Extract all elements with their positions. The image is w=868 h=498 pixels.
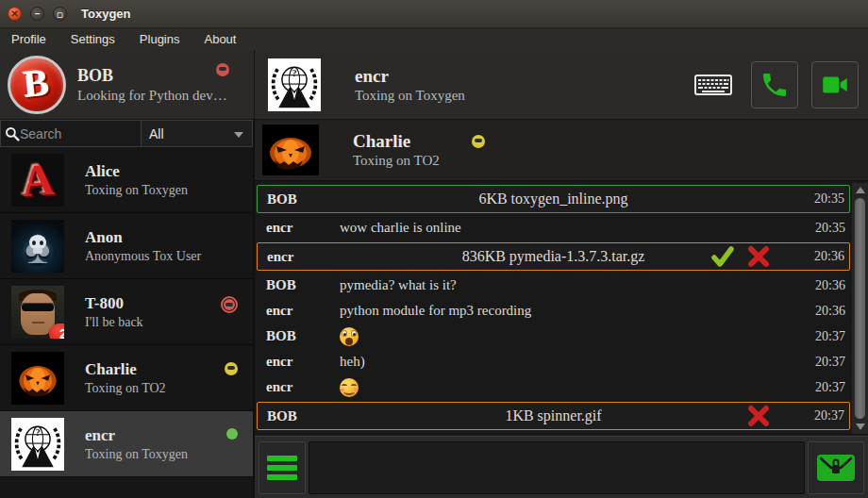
menu-settings[interactable]: Settings (71, 32, 115, 46)
chevron-down-icon (234, 132, 243, 138)
top-panels: B BOB Looking for Python dev… ? (0, 50, 868, 120)
contact-status-message: Toxing on Toxygen (85, 447, 188, 462)
contact-status-message: Toxing on TO2 (85, 381, 166, 396)
contact-filter-dropdown[interactable]: All (142, 120, 253, 147)
self-name: BOB (77, 66, 227, 86)
alice-avatar: A (11, 154, 64, 207)
message-text: wow charlie is online (340, 220, 461, 236)
contact-row-charlie[interactable]: Charlie Toxing on TO2 (0, 345, 253, 411)
hamburger-menu-icon (267, 456, 297, 461)
keyboard-icon[interactable] (694, 73, 732, 97)
message-time: 20:35 (814, 191, 844, 207)
audio-call-button[interactable] (751, 61, 798, 108)
skull-icon (29, 235, 46, 254)
scroll-up-arrow[interactable] (856, 187, 865, 193)
file-transfer-row: BOB 6KB toxygen_inline.png 20:35 (257, 185, 850, 213)
message-list: BOB 6KB toxygen_inline.png 20:35 encr wo… (255, 181, 868, 436)
search-box (0, 120, 142, 147)
magnifier-icon (5, 126, 20, 141)
chat-peer-status-message: Toxing on TO2 (353, 153, 440, 169)
t800-avatar: 2 (11, 286, 64, 339)
svg-text:?: ? (35, 426, 40, 437)
close-button[interactable]: ✕ (8, 7, 22, 21)
contact-name: Anon (85, 228, 201, 247)
contact-list: A Alice Toxing on Toxygen ♠ Anon Anonymo… (0, 147, 253, 498)
svg-text:?: ? (292, 67, 296, 77)
message-time: 20:35 (815, 221, 845, 236)
away-status-icon (225, 362, 238, 375)
message-sender: encr (266, 354, 340, 370)
friend-name: encr (355, 66, 465, 87)
anonymous-logo: ? (268, 58, 321, 111)
self-status-message: Looking for Python dev… (77, 88, 227, 104)
busy-status-icon (221, 296, 238, 313)
green-check-icon[interactable] (710, 245, 735, 268)
file-transfer-label: 6KB toxygen_inline.png (258, 191, 849, 208)
scroll-down-arrow[interactable] (856, 423, 865, 430)
phone-icon (760, 70, 790, 100)
charlie-avatar (11, 352, 64, 405)
scrollbar[interactable] (852, 183, 868, 434)
menu-about[interactable]: About (204, 32, 236, 46)
message-time: 20:37 (814, 408, 844, 423)
self-avatar: B (8, 56, 66, 114)
scrollbar-thumb[interactable] (855, 198, 865, 419)
message-time: 20:36 (814, 249, 844, 264)
search-input[interactable] (20, 126, 137, 141)
jack-o-lantern-icon (262, 124, 319, 175)
message-sender: BOB (266, 277, 340, 293)
message-sender: encr (266, 379, 340, 395)
self-profile-panel[interactable]: B BOB Looking for Python dev… (0, 50, 255, 119)
message-sender: encr (266, 220, 340, 236)
away-status-icon (472, 135, 485, 148)
video-camera-icon (819, 69, 851, 101)
contact-status-message: Anonymous Tox User (85, 249, 201, 264)
friend-status-message: Toxing on Toxygen (355, 88, 465, 104)
menu-plugins[interactable]: Plugins (140, 32, 180, 46)
toxygen-window: ✕ – ▢ Toxygen Profile Settings Plugins A… (0, 0, 868, 498)
contact-status-message: I'll be back (85, 315, 143, 330)
contact-row-anon[interactable]: ♠ Anon Anonymous Tox User (0, 213, 253, 279)
message-text: heh) (340, 354, 365, 370)
message-time: 20:36 (815, 278, 845, 293)
contact-row-encr[interactable]: ? encr Toxing on Toxygen (0, 411, 253, 477)
chat-menu-button[interactable] (259, 441, 306, 494)
smiling-face-emoji (340, 378, 359, 397)
anon-avatar: ♠ (11, 220, 64, 273)
send-button[interactable] (808, 441, 864, 494)
message-input[interactable] (309, 441, 805, 494)
compose-bar (255, 436, 868, 498)
online-status-icon (226, 428, 238, 440)
shocked-face-emoji (340, 327, 359, 346)
contact-sidebar: All A Alice Toxing on Toxygen ♠ (0, 120, 255, 498)
message-time: 20:36 (815, 304, 845, 319)
contact-name: Charlie (85, 360, 166, 379)
contact-name: encr (85, 426, 188, 445)
friend-avatar: ? (268, 58, 321, 111)
contact-filter-value: All (149, 126, 164, 141)
contact-row-alice[interactable]: A Alice Toxing on Toxygen (0, 147, 253, 213)
file-transfer-row: BOB 1KB spinner.gif 20:37 (257, 402, 850, 430)
contact-name: Alice (85, 162, 188, 181)
busy-status-icon (216, 63, 229, 76)
message-row: encr wow charlie is online 20:35 (257, 215, 850, 241)
chat-header: Charlie Toxing on TO2 (255, 120, 868, 181)
red-x-icon[interactable] (747, 245, 770, 268)
menu-profile[interactable]: Profile (11, 32, 46, 46)
secure-send-envelope-icon (813, 449, 859, 487)
sunglasses-icon (22, 303, 54, 311)
encr-avatar: ? (11, 418, 64, 471)
friend-panel: ? encr Toxing on Toxygen (255, 50, 868, 119)
jack-o-lantern-icon (11, 352, 64, 405)
contact-name: T-800 (85, 294, 143, 313)
video-call-button[interactable] (811, 61, 859, 108)
red-x-icon[interactable] (747, 405, 770, 427)
message-time: 20:37 (815, 355, 845, 370)
message-sender: encr (266, 303, 340, 319)
message-time: 20:37 (815, 329, 845, 344)
contact-row-t800[interactable]: 2 T-800 I'll be back (0, 279, 253, 345)
maximize-button[interactable]: ▢ (53, 7, 67, 21)
minimize-button[interactable]: – (30, 7, 44, 21)
anonymous-logo: ? (11, 418, 64, 471)
message-row: encr heh) 20:37 (257, 349, 850, 374)
